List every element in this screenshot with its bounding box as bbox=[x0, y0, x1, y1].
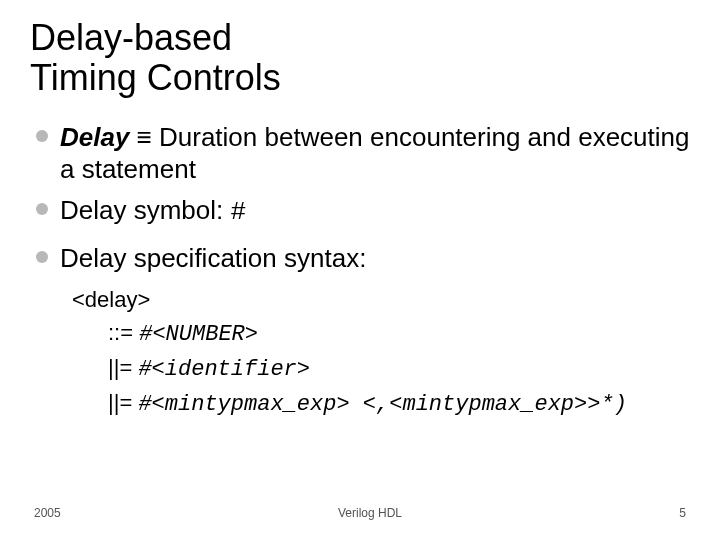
title-line-2: Timing Controls bbox=[30, 57, 281, 98]
syntax-block: <delay> ::= #<NUMBER> ||= #<identifier> … bbox=[72, 283, 690, 421]
bullet-text: Delay symbol: bbox=[60, 195, 231, 225]
delay-symbol-code: # bbox=[231, 197, 247, 227]
bullet-sep: ≡ bbox=[129, 122, 159, 152]
footer-title: Verilog HDL bbox=[338, 506, 402, 520]
syntax-rule-2: ||= #<identifier> bbox=[72, 351, 690, 386]
syntax-rule-1: ::= #<NUMBER> bbox=[72, 316, 690, 351]
footer-page-number: 5 bbox=[679, 506, 686, 520]
title-line-1: Delay-based bbox=[30, 17, 232, 58]
syntax-op: ::= bbox=[108, 320, 139, 345]
bullet-list: Delay ≡ Duration between encountering an… bbox=[30, 121, 690, 275]
syntax-val: #<identifier> bbox=[138, 357, 310, 382]
syntax-val: #<NUMBER> bbox=[139, 322, 258, 347]
bullet-delay-syntax: Delay specification syntax: bbox=[36, 242, 690, 275]
syntax-op: ||= bbox=[108, 390, 138, 415]
footer-year: 2005 bbox=[34, 506, 61, 520]
slide-footer: 2005 Verilog HDL 5 bbox=[0, 506, 720, 520]
syntax-op: ||= bbox=[108, 355, 138, 380]
syntax-lhs: <delay> bbox=[72, 283, 690, 316]
bullet-text: Delay specification syntax: bbox=[60, 243, 366, 273]
bullet-delay-symbol: Delay symbol: # bbox=[36, 194, 690, 229]
slide: Delay-based Timing Controls Delay ≡ Dura… bbox=[0, 0, 720, 540]
bullet-delay-definition: Delay ≡ Duration between encountering an… bbox=[36, 121, 690, 186]
syntax-rule-3: ||= #<mintypmax_exp> <,<mintypmax_exp>>*… bbox=[72, 386, 690, 421]
slide-title: Delay-based Timing Controls bbox=[30, 18, 690, 99]
bullet-lead: Delay bbox=[60, 122, 129, 152]
syntax-val: #<mintypmax_exp> <,<mintypmax_exp>>*) bbox=[138, 392, 626, 417]
